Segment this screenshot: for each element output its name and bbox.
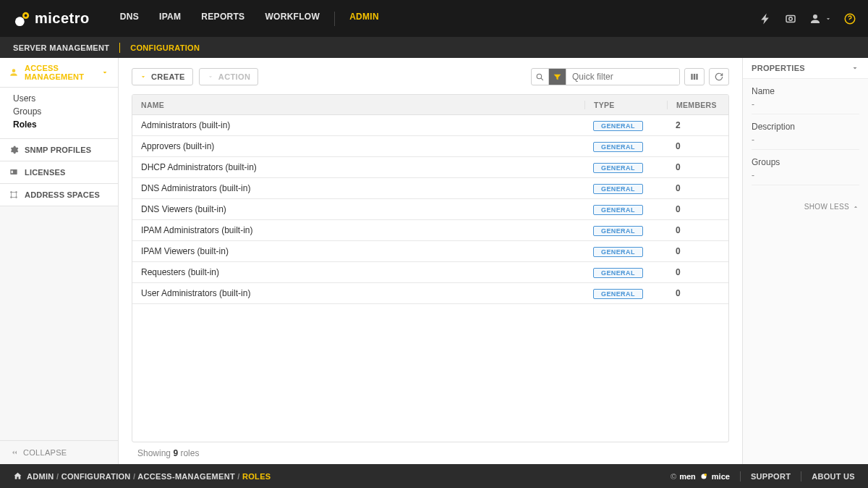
sidebar-subitem-roles[interactable]: Roles [0, 118, 118, 131]
separator [334, 12, 335, 26]
support-link[interactable]: SUPPORT [751, 472, 791, 481]
sidebar-section-label: ACCESS MANAGEMENT [25, 64, 95, 81]
cell-members: 0 [667, 225, 728, 235]
table-row[interactable]: User Administrators (built-in)GENERAL0 [132, 283, 728, 304]
properties-title: PROPERTIES [752, 64, 805, 72]
svg-point-2 [25, 14, 27, 17]
sidebar-collapse[interactable]: COLLAPSE [0, 440, 118, 464]
cell-type: GENERAL [584, 120, 667, 131]
sidebar-section-access[interactable]: ACCESS MANAGEMENT [0, 58, 118, 88]
filter-icon[interactable] [549, 69, 566, 85]
property-label: Description [752, 122, 859, 132]
svg-rect-14 [694, 74, 695, 80]
table-row[interactable]: IPAM Viewers (built-in)GENERAL0 [132, 241, 728, 262]
table-row[interactable]: Administrators (built-in)GENERAL2 [132, 115, 728, 136]
nav-item-ipam[interactable]: IPAM [149, 12, 191, 26]
sidebar-section-licenses[interactable]: LICENSES [0, 161, 118, 184]
cell-name: IPAM Administrators (built-in) [132, 225, 584, 235]
network-icon [9, 190, 19, 200]
property-value: - [752, 170, 859, 180]
license-icon [9, 167, 19, 177]
chevron-down-icon [851, 64, 859, 72]
properties-header[interactable]: PROPERTIES [743, 58, 868, 79]
home-icon[interactable] [13, 471, 22, 481]
breadcrumb-item[interactable]: ROLES [242, 472, 271, 481]
cell-type: GENERAL [584, 141, 667, 152]
nav-item-reports[interactable]: REPORTS [191, 12, 255, 26]
type-badge: GENERAL [593, 184, 643, 194]
svg-point-0 [15, 17, 25, 26]
property-field: Name- [752, 86, 859, 114]
table-row[interactable]: Approvers (built-in)GENERAL0 [132, 136, 728, 157]
search-icon[interactable] [532, 69, 549, 85]
property-field: Groups- [752, 157, 859, 185]
cell-name: DHCP Administrators (built-in) [132, 162, 584, 172]
properties-panel: PROPERTIES Name-Description-Groups- SHOW… [742, 58, 868, 464]
cell-type: GENERAL [584, 288, 667, 299]
cell-name: Requesters (built-in) [132, 267, 584, 277]
col-members[interactable]: MEMBERS [667, 101, 728, 109]
user-icon [9, 67, 19, 77]
type-badge: GENERAL [593, 247, 643, 257]
table-row[interactable]: DHCP Administrators (built-in)GENERAL0 [132, 157, 728, 178]
svg-rect-3 [786, 15, 795, 22]
collapse-icon [10, 448, 19, 457]
subnav-item[interactable]: SERVER MANAGEMENT [13, 43, 109, 52]
cell-members: 0 [667, 246, 728, 256]
cell-members: 0 [667, 267, 728, 277]
nav-item-dns[interactable]: DNS [110, 12, 149, 26]
col-type[interactable]: TYPE [584, 101, 667, 109]
cell-type: GENERAL [584, 183, 667, 194]
sidebar-section-label: SNMP PROFILES [25, 146, 91, 154]
sidebar-subitem-groups[interactable]: Groups [0, 105, 118, 118]
table-row[interactable]: DNS Viewers (built-in)GENERAL0 [132, 199, 728, 220]
help-icon[interactable] [843, 12, 856, 25]
topbar-right [760, 12, 856, 25]
cell-members: 0 [667, 162, 728, 172]
user-menu[interactable] [809, 12, 832, 25]
create-button[interactable]: CREATE [132, 68, 193, 85]
content: CREATE ACTION [119, 58, 742, 464]
cell-members: 0 [667, 183, 728, 193]
sidebar: ACCESS MANAGEMENT UsersGroupsRoles SNMP … [0, 58, 119, 464]
topbar: micetro DNSIPAMREPORTSWORKFLOWADMIN [0, 0, 868, 37]
columns-button[interactable] [684, 68, 705, 85]
subnav-item[interactable]: CONFIGURATION [130, 43, 200, 52]
filter-input[interactable] [566, 69, 679, 85]
chevron-down-icon [101, 68, 109, 77]
sidebar-section-address-spaces[interactable]: ADDRESS SPACES [0, 184, 118, 206]
show-less-button[interactable]: SHOW LESS [743, 200, 868, 214]
sidebar-subitem-users[interactable]: Users [0, 92, 118, 105]
table-row[interactable]: DNS Administrators (built-in)GENERAL0 [132, 178, 728, 199]
about-link[interactable]: ABOUT US [812, 472, 855, 481]
logo[interactable]: micetro [14, 10, 90, 27]
filter-group [531, 68, 680, 85]
table-header: NAME TYPE MEMBERS [132, 95, 728, 115]
refresh-button[interactable] [709, 68, 729, 85]
table-row[interactable]: IPAM Administrators (built-in)GENERAL0 [132, 220, 728, 241]
breadcrumb-item[interactable]: CONFIGURATION [61, 472, 131, 481]
company-brand: © men mice [671, 471, 730, 481]
breadcrumb-item[interactable]: ADMIN [27, 472, 54, 481]
action-label: ACTION [218, 72, 251, 81]
action-button[interactable]: ACTION [199, 68, 259, 85]
bolt-icon[interactable] [760, 12, 773, 25]
collapse-label: COLLAPSE [23, 448, 67, 457]
cell-type: GENERAL [584, 204, 667, 215]
svg-point-4 [789, 17, 793, 20]
svg-rect-13 [691, 74, 692, 80]
type-badge: GENERAL [593, 268, 643, 278]
main: ACCESS MANAGEMENT UsersGroupsRoles SNMP … [0, 58, 868, 464]
table-row[interactable]: Requesters (built-in)GENERAL0 [132, 262, 728, 283]
sidebar-section-snmp[interactable]: SNMP PROFILES [0, 139, 118, 161]
nav-item-workflow[interactable]: WORKFLOW [255, 12, 330, 26]
col-name[interactable]: NAME [132, 101, 584, 109]
breadcrumb-item[interactable]: ACCESS-MANAGEMENT [137, 472, 235, 481]
cell-name: DNS Viewers (built-in) [132, 204, 584, 214]
footer: ADMIN / CONFIGURATION / ACCESS-MANAGEMEN… [0, 464, 868, 488]
cell-members: 0 [667, 141, 728, 151]
logo-text: micetro [35, 10, 90, 27]
screenshot-icon[interactable] [784, 12, 797, 25]
nav-item-admin[interactable]: ADMIN [339, 12, 389, 26]
sidebar-section-label: ADDRESS SPACES [25, 190, 100, 199]
